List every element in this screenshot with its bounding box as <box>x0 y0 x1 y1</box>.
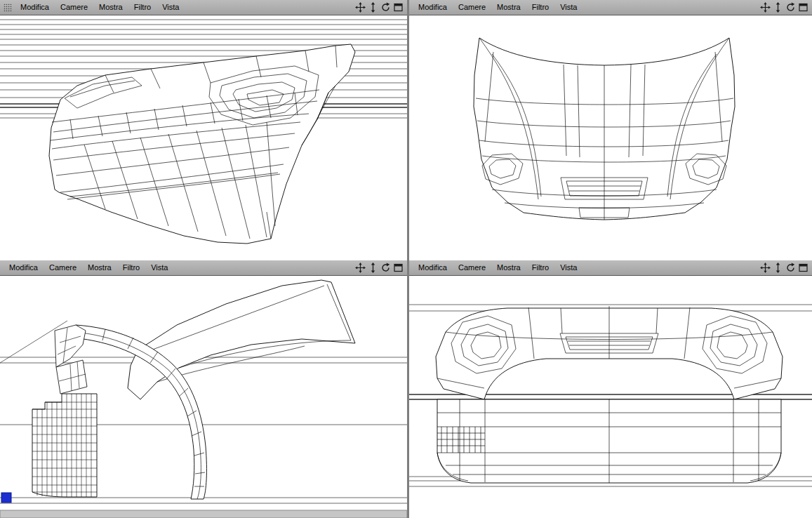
menu-filtro[interactable]: Filtro <box>117 260 145 275</box>
zoom-icon[interactable] <box>772 2 783 13</box>
viewport-menubar: Modifica Camere Mostra Filtro Vista <box>0 260 407 276</box>
menu-filtro[interactable]: Filtro <box>128 0 157 15</box>
zoom-icon[interactable] <box>772 263 783 273</box>
menu-camere[interactable]: Camere <box>44 260 82 275</box>
menu-mostra[interactable]: Mostra <box>82 260 117 275</box>
viewport-canvas-perspective[interactable] <box>0 15 407 260</box>
menu-modifica[interactable]: Modifica <box>15 0 55 15</box>
menu-modifica[interactable]: Modifica <box>413 260 453 275</box>
menu-camere[interactable]: Camere <box>453 0 491 15</box>
zoom-icon[interactable] <box>367 263 378 273</box>
wireframe-side <box>0 276 407 518</box>
wireframe-front <box>409 15 812 260</box>
pan-icon[interactable] <box>759 263 771 273</box>
viewport-menubar: Modifica Camere Mostra Filtro Vista <box>409 0 812 15</box>
viewport-top-left: Modifica Camere Mostra Filtro Vista <box>0 0 407 260</box>
menu-vista[interactable]: Vista <box>554 260 583 275</box>
maximize-icon[interactable] <box>797 263 808 273</box>
pan-icon[interactable] <box>759 2 771 13</box>
object-swatch-blue[interactable] <box>1 493 11 503</box>
viewport-top-right: Modifica Camere Mostra Filtro Vista <box>409 0 812 260</box>
grid-handle-icon[interactable] <box>4 3 13 13</box>
menu-vista[interactable]: Vista <box>157 0 185 15</box>
viewport-canvas-side[interactable] <box>0 276 407 518</box>
menu-mostra[interactable]: Mostra <box>491 260 526 275</box>
viewport-bottom-right: Modifica Camere Mostra Filtro Vista <box>409 260 812 518</box>
maximize-icon[interactable] <box>797 2 808 13</box>
viewport-menubar: Modifica Camere Mostra Filtro Vista <box>409 260 812 276</box>
menu-filtro[interactable]: Filtro <box>526 0 554 15</box>
viewport-canvas-rear[interactable] <box>409 276 812 518</box>
rotate-icon[interactable] <box>380 263 391 273</box>
menu-modifica[interactable]: Modifica <box>4 260 44 275</box>
menu-camere[interactable]: Camere <box>55 0 93 15</box>
maximize-icon[interactable] <box>392 2 404 13</box>
menu-modifica[interactable]: Modifica <box>413 0 453 15</box>
viewport-menubar: Modifica Camere Mostra Filtro Vista <box>0 0 407 15</box>
bottom-strip <box>0 510 407 518</box>
wireframe-perspective <box>0 15 407 260</box>
menu-vista[interactable]: Vista <box>554 0 583 15</box>
viewport-bottom-left: Modifica Camere Mostra Filtro Vista <box>0 260 407 518</box>
rotate-icon[interactable] <box>785 263 796 273</box>
pan-icon[interactable] <box>354 2 366 13</box>
wireframe-rear <box>409 276 812 518</box>
menu-mostra[interactable]: Mostra <box>93 0 128 15</box>
menu-camere[interactable]: Camere <box>453 260 491 275</box>
pan-icon[interactable] <box>354 263 366 273</box>
rotate-icon[interactable] <box>785 2 796 13</box>
rotate-icon[interactable] <box>380 2 391 13</box>
maximize-icon[interactable] <box>392 263 404 273</box>
zoom-icon[interactable] <box>367 2 378 13</box>
menu-vista[interactable]: Vista <box>145 260 173 275</box>
menu-mostra[interactable]: Mostra <box>491 0 526 15</box>
menu-filtro[interactable]: Filtro <box>526 260 554 275</box>
grid-handle-icon-svg <box>4 4 12 12</box>
viewport-canvas-front[interactable] <box>409 15 812 260</box>
